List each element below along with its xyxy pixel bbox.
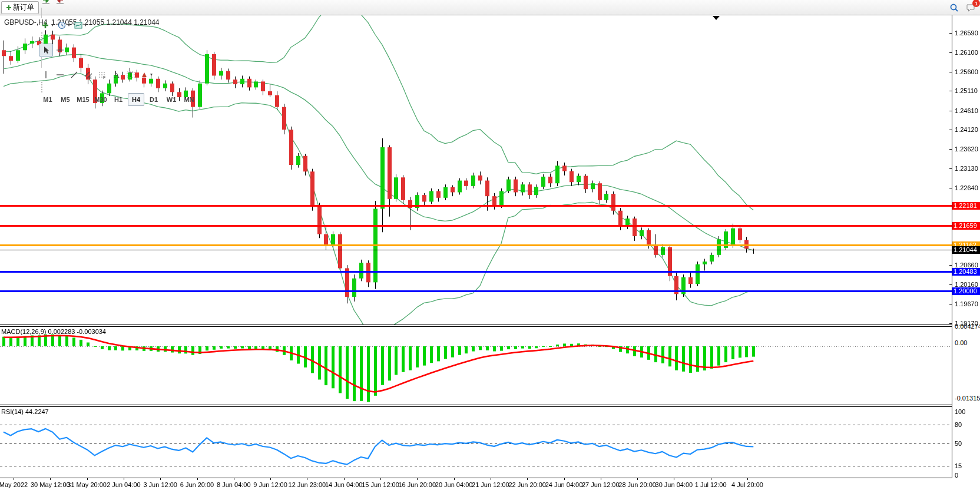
trendline-icon: [69, 70, 79, 80]
macd-name: MACD(12,26,9): [1, 328, 46, 335]
equidistant-channel-icon: E: [84, 70, 93, 80]
svg-text:T: T: [129, 72, 133, 78]
cursor-icon: [41, 45, 51, 55]
dropdown-caret-icon: ▾: [150, 72, 153, 77]
arrows-button[interactable]: ▾: [138, 68, 154, 81]
toolbar-group: EFAT▾: [39, 68, 198, 82]
dropdown-caret-icon: ▾: [84, 23, 87, 28]
tf-mn-button[interactable]: MN: [181, 93, 197, 106]
indicators-button[interactable]: ▾: [39, 19, 55, 32]
horizontal-line-icon: [55, 70, 65, 80]
fibonacci-icon: F: [98, 70, 107, 80]
new-order-icon: [6, 3, 12, 12]
chart-shift-icon: [55, 0, 65, 5]
periods-button[interactable]: ▾: [55, 19, 72, 32]
crosshair-button[interactable]: [53, 44, 67, 57]
tf-m1-button[interactable]: M1: [39, 93, 56, 106]
macd-signal-value: -0.003034: [77, 328, 106, 335]
vertical-line-icon: [41, 70, 51, 80]
rsi-name: RSI(14): [1, 408, 24, 415]
label-button[interactable]: T: [124, 68, 138, 81]
toolbar-separator: [41, 57, 42, 68]
timeframe-group: M1M5M15M30H1H4D1W1MN: [39, 92, 198, 107]
horizontal-line-button[interactable]: [53, 68, 67, 81]
crosshair-icon: [55, 45, 65, 55]
svg-text:F: F: [103, 75, 105, 80]
indicators-icon: [41, 21, 50, 30]
toolbar-separator: [41, 8, 42, 18]
cursor-button[interactable]: [39, 44, 53, 57]
arrows-icon: [140, 70, 149, 80]
level-line[interactable]: [0, 290, 952, 292]
auto-scroll-button[interactable]: [39, 0, 53, 7]
tf-d1-button[interactable]: D1: [145, 93, 162, 106]
tf-m5-button[interactable]: M5: [57, 93, 74, 106]
macd-main-value: 0.002283: [48, 328, 75, 335]
new-order-button[interactable]: 新订单: [1, 1, 39, 14]
search-icon: [949, 3, 959, 12]
chart-shift-button[interactable]: [53, 0, 67, 7]
auto-scroll-icon: [41, 0, 51, 5]
tf-w1-button[interactable]: W1: [163, 93, 180, 106]
toolbar-grip: [41, 82, 45, 92]
toolbar-group: [39, 43, 198, 57]
fibonacci-button[interactable]: F: [95, 68, 110, 81]
dropdown-caret-icon: ▾: [68, 23, 70, 28]
rsi-indicator-label: RSI(14) 44.2247: [1, 408, 49, 415]
equidistant-channel-button[interactable]: E: [81, 68, 95, 81]
chart-shift-marker-icon: [713, 16, 720, 20]
text-icon: A: [112, 70, 121, 80]
tf-m15-button[interactable]: M15: [75, 93, 91, 106]
rsi-value: 44.2247: [25, 408, 49, 415]
macd-indicator-label: MACD(12,26,9) 0.002283 -0.003034: [1, 328, 106, 335]
toolbar-grip: [41, 32, 45, 43]
trendline-button[interactable]: [67, 68, 81, 81]
periods-icon: [57, 21, 67, 30]
level-line[interactable]: [0, 271, 952, 273]
vertical-line-button[interactable]: [39, 68, 53, 81]
level-line[interactable]: [0, 250, 952, 250]
new-order-group: 新订单: [1, 1, 39, 15]
mt4-terminal-window: 新订单 自动交易▾▾▾EFAT▾M1M5M15M30H1H4D1W1MN 1 G…: [0, 0, 980, 490]
level-line[interactable]: [0, 244, 952, 246]
label-icon: T: [126, 70, 135, 80]
tf-h4-button[interactable]: H4: [128, 93, 144, 106]
level-line[interactable]: [0, 225, 952, 227]
toolbar-group: ▾▾▾: [39, 18, 198, 32]
notifications-button[interactable]: 1: [964, 1, 978, 14]
toolbar: 新订单 自动交易▾▾▾EFAT▾M1M5M15M30H1H4D1W1MN 1: [0, 0, 980, 15]
search-button[interactable]: [947, 1, 961, 14]
tf-m30-button[interactable]: M30: [92, 93, 109, 106]
templates-icon: [74, 21, 83, 30]
new-order-label: 新订单: [13, 2, 34, 12]
toolbar-right-group: 1: [947, 0, 978, 15]
tf-h1-button[interactable]: H1: [110, 93, 127, 106]
text-button[interactable]: A: [110, 68, 124, 81]
toolbar-group: [39, 0, 198, 8]
level-line[interactable]: [0, 205, 952, 207]
dropdown-caret-icon: ▾: [51, 23, 54, 28]
notification-count-badge: 1: [972, 0, 980, 7]
svg-text:E: E: [89, 75, 92, 80]
svg-text:A: A: [114, 71, 120, 80]
templates-button[interactable]: ▾: [72, 19, 88, 32]
